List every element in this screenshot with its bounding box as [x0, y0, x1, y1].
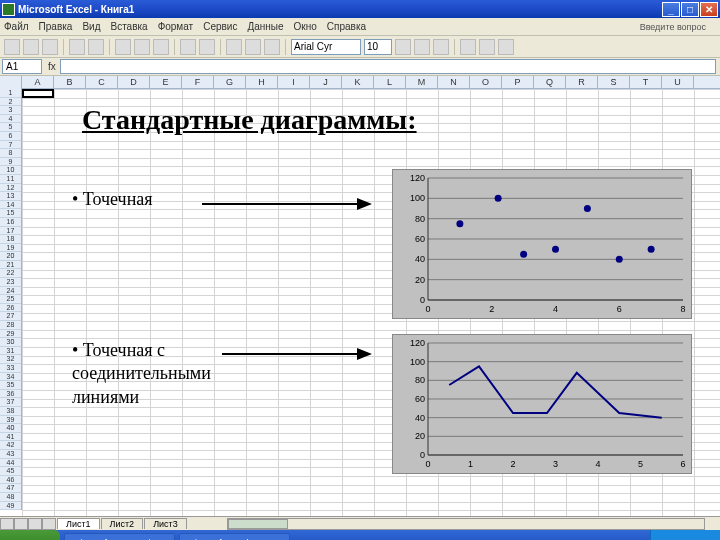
row-header[interactable]: 15 — [0, 209, 21, 218]
menu-data[interactable]: Данные — [247, 21, 283, 32]
minimize-button[interactable]: _ — [662, 2, 680, 17]
row-header[interactable]: 26 — [0, 304, 21, 313]
redo-icon[interactable] — [199, 39, 215, 55]
font-family-select[interactable]: Arial Cyr — [291, 39, 361, 55]
row-header[interactable]: 1 — [0, 89, 21, 98]
row-header[interactable]: 6 — [0, 132, 21, 141]
sheet-tab[interactable]: Лист2 — [101, 518, 144, 529]
col-header[interactable]: C — [86, 76, 118, 89]
row-header[interactable]: 4 — [0, 115, 21, 124]
row-header[interactable]: 8 — [0, 149, 21, 158]
col-header[interactable]: N — [438, 76, 470, 89]
tab-nav-next-icon[interactable] — [28, 518, 42, 530]
taskbar-item[interactable]: Microsoft Excel - Книг... — [179, 533, 291, 540]
row-header[interactable]: 23 — [0, 278, 21, 287]
row-header[interactable]: 38 — [0, 407, 21, 416]
tab-nav-first-icon[interactable] — [0, 518, 14, 530]
row-header[interactable]: 24 — [0, 287, 21, 296]
print-icon[interactable] — [69, 39, 85, 55]
row-header[interactable]: 46 — [0, 476, 21, 485]
name-box[interactable]: A1 — [2, 59, 42, 74]
row-header[interactable]: 31 — [0, 347, 21, 356]
col-header[interactable]: O — [470, 76, 502, 89]
row-header[interactable]: 39 — [0, 416, 21, 425]
row-header[interactable]: 36 — [0, 390, 21, 399]
row-header[interactable]: 10 — [0, 166, 21, 175]
row-header[interactable]: 28 — [0, 321, 21, 330]
row-header[interactable]: 17 — [0, 227, 21, 236]
scatter-chart[interactable]: 02040608010012002468 — [392, 169, 692, 319]
new-icon[interactable] — [4, 39, 20, 55]
row-header[interactable]: 47 — [0, 484, 21, 493]
sort-asc-icon[interactable] — [226, 39, 242, 55]
row-header[interactable]: 22 — [0, 269, 21, 278]
col-header[interactable]: E — [150, 76, 182, 89]
row-header[interactable]: 12 — [0, 184, 21, 193]
bold-icon[interactable] — [395, 39, 411, 55]
menu-view[interactable]: Вид — [82, 21, 100, 32]
italic-icon[interactable] — [414, 39, 430, 55]
menu-edit[interactable]: Правка — [39, 21, 73, 32]
row-header[interactable]: 45 — [0, 467, 21, 476]
row-header[interactable]: 37 — [0, 398, 21, 407]
row-header[interactable]: 20 — [0, 252, 21, 261]
row-header[interactable]: 34 — [0, 373, 21, 382]
sheet-tab[interactable]: Лист3 — [144, 518, 187, 529]
undo-icon[interactable] — [180, 39, 196, 55]
row-header[interactable]: 19 — [0, 244, 21, 253]
tab-nav-prev-icon[interactable] — [14, 518, 28, 530]
col-header[interactable]: Q — [534, 76, 566, 89]
maximize-button[interactable]: □ — [681, 2, 699, 17]
row-header[interactable]: 49 — [0, 502, 21, 511]
col-header[interactable]: J — [310, 76, 342, 89]
help-search[interactable]: Введите вопрос — [640, 22, 706, 32]
start-button[interactable]: пуск — [0, 530, 60, 540]
taskbar-item[interactable]: Microsoft PowerPoint... — [64, 533, 175, 540]
fx-icon[interactable]: fx — [44, 61, 60, 72]
preview-icon[interactable] — [88, 39, 104, 55]
row-header[interactable]: 35 — [0, 381, 21, 390]
row-header[interactable]: 13 — [0, 192, 21, 201]
menu-window[interactable]: Окно — [294, 21, 317, 32]
underline-icon[interactable] — [433, 39, 449, 55]
col-header[interactable]: K — [342, 76, 374, 89]
chart-wizard-icon[interactable] — [264, 39, 280, 55]
col-header[interactable]: M — [406, 76, 438, 89]
save-icon[interactable] — [42, 39, 58, 55]
menu-insert[interactable]: Вставка — [110, 21, 147, 32]
menu-format[interactable]: Формат — [158, 21, 194, 32]
sort-desc-icon[interactable] — [245, 39, 261, 55]
row-header[interactable]: 3 — [0, 106, 21, 115]
col-header[interactable]: T — [630, 76, 662, 89]
row-header[interactable]: 41 — [0, 433, 21, 442]
worksheet[interactable]: A B C D E F G H I J K L M N O P Q R S T … — [0, 76, 720, 516]
col-header[interactable]: L — [374, 76, 406, 89]
menu-file[interactable]: Файл — [4, 21, 29, 32]
row-header[interactable]: 25 — [0, 295, 21, 304]
row-header[interactable]: 7 — [0, 141, 21, 150]
font-size-select[interactable]: 10 — [364, 39, 392, 55]
row-header[interactable]: 5 — [0, 123, 21, 132]
row-header[interactable]: 11 — [0, 175, 21, 184]
col-header[interactable]: B — [54, 76, 86, 89]
align-center-icon[interactable] — [479, 39, 495, 55]
copy-icon[interactable] — [134, 39, 150, 55]
row-header[interactable]: 16 — [0, 218, 21, 227]
col-header[interactable]: A — [22, 76, 54, 89]
system-tray[interactable]: 9:17 — [650, 530, 720, 540]
row-header[interactable]: 48 — [0, 493, 21, 502]
menu-help[interactable]: Справка — [327, 21, 366, 32]
row-header[interactable]: 21 — [0, 261, 21, 270]
row-header[interactable]: 18 — [0, 235, 21, 244]
selected-cell[interactable] — [22, 89, 54, 98]
row-header[interactable]: 2 — [0, 98, 21, 107]
row-header[interactable]: 42 — [0, 441, 21, 450]
row-header[interactable]: 27 — [0, 312, 21, 321]
row-header[interactable]: 40 — [0, 424, 21, 433]
select-all-corner[interactable] — [0, 76, 22, 89]
col-header[interactable]: G — [214, 76, 246, 89]
line-chart[interactable]: 0204060801001200123456 — [392, 334, 692, 474]
close-button[interactable]: ✕ — [700, 2, 718, 17]
row-header[interactable]: 43 — [0, 450, 21, 459]
col-header[interactable]: H — [246, 76, 278, 89]
